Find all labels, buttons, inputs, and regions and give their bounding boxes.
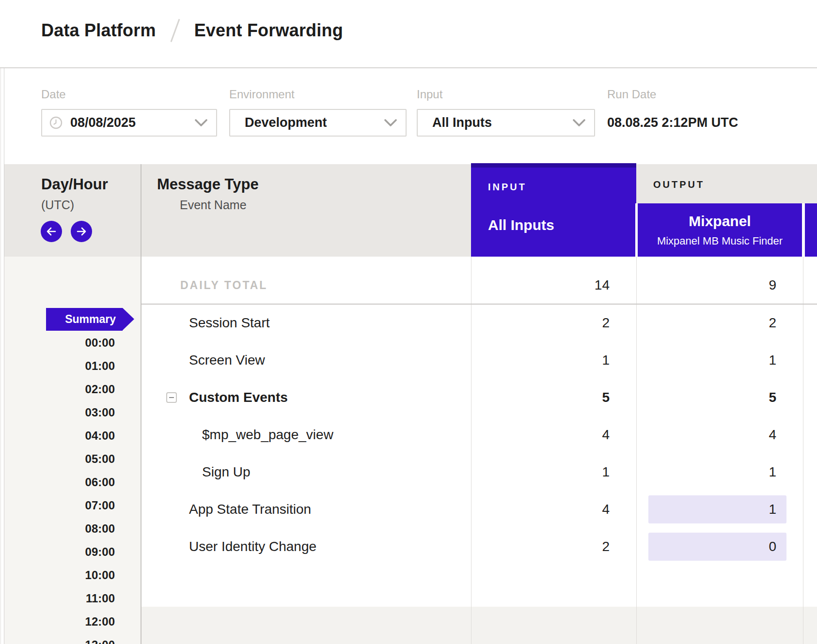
run-date-value: 08.08.25 2:12PM UTC: [607, 109, 738, 137]
header-gap-2: [802, 203, 805, 257]
chevron-down-icon: [384, 119, 397, 127]
date-select-value: 08/08/2025: [70, 115, 136, 130]
hour-item-0600[interactable]: 06:00: [4, 471, 115, 494]
breadcrumb-item-event-forwarding: Event Forwarding: [194, 20, 343, 41]
daily-total-label: DAILY TOTAL: [180, 279, 267, 292]
output-count-cell: 1: [637, 502, 776, 517]
input-count-cell: 4: [471, 502, 610, 517]
hour-item-0200[interactable]: 02:00: [4, 378, 115, 401]
input-count-cell: 2: [471, 539, 610, 554]
event-row-label: Custom Events: [189, 390, 288, 405]
input-select-value: All Inputs: [432, 115, 492, 130]
table-row: $mp_web_page_view44: [141, 416, 817, 453]
input-filter-label: Input: [417, 88, 442, 101]
date-select[interactable]: 08/08/2025: [41, 109, 217, 137]
event-row-label: $mp_web_page_view: [202, 427, 333, 443]
input-column-kicker: INPUT: [488, 182, 636, 193]
hour-item-0300[interactable]: 03:00: [4, 401, 115, 424]
output-count-cell: 1: [637, 464, 776, 480]
hour-item-0400[interactable]: 04:00: [4, 424, 115, 447]
day-hour-column-subtitle: (UTC): [41, 198, 74, 212]
hour-item-1300[interactable]: 13:00: [4, 633, 115, 644]
hour-item-1100[interactable]: 11:00: [4, 587, 115, 610]
hour-item-1000[interactable]: 10:00: [4, 564, 115, 587]
table-row: Session Start22: [141, 304, 817, 341]
hour-item-0900[interactable]: 09:00: [4, 540, 115, 564]
input-count-cell: 1: [471, 353, 610, 368]
output-count-cell: 2: [637, 315, 776, 331]
clock-icon: [49, 116, 63, 129]
event-row-label: App State Transition: [189, 502, 311, 517]
day-hour-column-title: Day/Hour: [41, 176, 108, 193]
table-row: User Identity Change20: [141, 528, 817, 565]
event-rows: Session Start22Screen View11Custom Event…: [141, 304, 817, 565]
chevron-down-icon: [573, 119, 585, 127]
table-row: Custom Events55: [141, 379, 817, 416]
event-row-label: Screen View: [189, 353, 265, 368]
table-row: Sign Up11: [141, 453, 817, 491]
run-date-label: Run Date: [607, 88, 656, 101]
table-footer-band: [141, 607, 817, 644]
breadcrumb-item-data-platform[interactable]: Data Platform: [41, 20, 156, 41]
day-navigation: [41, 221, 92, 242]
previous-day-button[interactable]: [41, 221, 62, 242]
message-type-column-subtitle: Event Name: [180, 198, 247, 212]
output-count-cell: 1: [637, 353, 776, 368]
hour-item-0700[interactable]: 07:00: [4, 494, 115, 517]
output-column-partial: [805, 203, 817, 257]
table-row: Screen View11: [141, 341, 817, 379]
arrow-left-icon: [46, 226, 57, 237]
output-column-name: Mixpanel: [638, 213, 802, 230]
environment-select[interactable]: Development: [229, 109, 407, 137]
event-row-label: Session Start: [189, 315, 270, 331]
table-row: App State Transition41: [141, 491, 817, 528]
breadcrumb-separator: [170, 18, 180, 42]
hour-list: 00:0001:0002:0003:0004:0005:0006:0007:00…: [4, 331, 115, 644]
hour-item-0000[interactable]: 00:00: [4, 331, 115, 354]
output-count-cell: 0: [637, 539, 776, 554]
input-count-cell: 4: [471, 427, 610, 443]
event-row-label: User Identity Change: [189, 539, 316, 554]
date-filter-label: Date: [41, 88, 66, 101]
chevron-down-icon: [195, 119, 207, 127]
left-gutter-line-outer: [0, 0, 1, 644]
arrow-right-icon: [76, 226, 87, 237]
hour-item-0500[interactable]: 05:00: [4, 447, 115, 471]
next-day-button[interactable]: [71, 221, 92, 242]
input-column-name: All Inputs: [488, 217, 636, 233]
hour-item-1200[interactable]: 12:00: [4, 610, 115, 633]
event-forwarding-screen: Data Platform Event Forwarding Date Envi…: [0, 0, 817, 644]
environment-filter-label: Environment: [229, 88, 295, 101]
output-column-kicker: OUTPUT: [653, 179, 705, 190]
input-count-cell: 1: [471, 464, 610, 480]
output-count-cell: 4: [637, 427, 776, 443]
header-gap-1: [635, 203, 638, 257]
breadcrumb: Data Platform Event Forwarding: [41, 0, 343, 67]
daily-total-input-value: 14: [471, 277, 610, 293]
input-column-header[interactable]: INPUT All Inputs: [471, 163, 636, 257]
input-select[interactable]: All Inputs: [417, 109, 595, 137]
summary-tab[interactable]: Summary: [46, 308, 123, 331]
output-column-subtitle: Mixpanel MB Music Finder: [638, 235, 802, 247]
input-count-cell: 5: [471, 390, 610, 405]
output-column-header-mixpanel[interactable]: Mixpanel Mixpanel MB Music Finder: [638, 203, 802, 257]
hour-item-0100[interactable]: 01:00: [4, 354, 115, 378]
environment-select-value: Development: [245, 115, 327, 130]
collapse-toggle-icon[interactable]: [166, 392, 177, 403]
event-row-label: Sign Up: [202, 464, 251, 480]
message-type-column-title: Message Type: [157, 176, 259, 193]
hour-item-0800[interactable]: 08:00: [4, 517, 115, 540]
output-count-cell: 5: [637, 390, 776, 405]
input-count-cell: 2: [471, 315, 610, 331]
daily-total-row: DAILY TOTAL 14 9: [141, 257, 817, 304]
daily-total-output-value: 9: [637, 277, 776, 293]
